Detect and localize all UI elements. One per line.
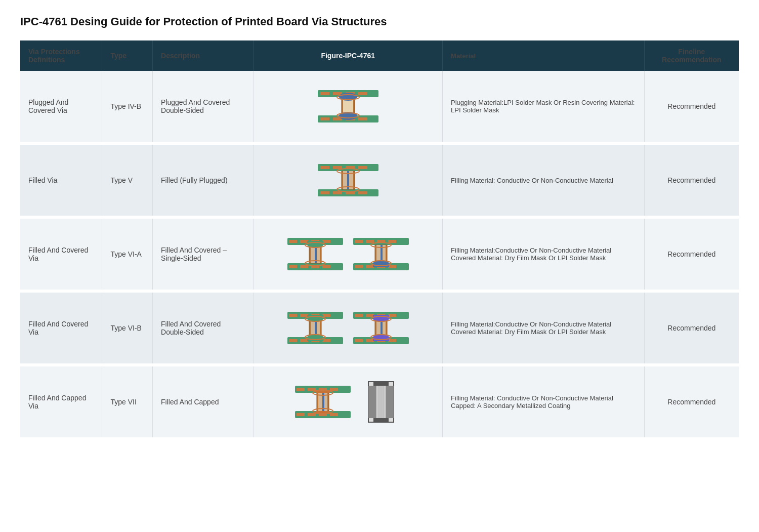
cell-material: Plugging Material:LPI Solder Mask Or Res… <box>443 71 645 143</box>
cell-via: Filled And Covered Via <box>20 217 102 291</box>
cell-figure <box>254 365 443 439</box>
svg-rect-122 <box>373 382 389 386</box>
main-table: Via Protections Definitions Type Descrip… <box>20 40 739 440</box>
cell-material: Filling Material:Conductive Or Non-Condu… <box>443 217 645 291</box>
svg-rect-123 <box>373 418 389 422</box>
svg-rect-40 <box>322 265 330 268</box>
cell-recommendation: Recommended <box>644 71 739 143</box>
svg-rect-51 <box>366 240 374 243</box>
cell-via: Filled And Covered Via <box>20 291 102 365</box>
cell-via: Plugged And Covered Via <box>20 71 102 143</box>
svg-rect-72 <box>300 339 308 342</box>
cell-type: Type VI-B <box>102 291 153 365</box>
svg-rect-34 <box>300 240 308 243</box>
cell-figure <box>254 143 443 217</box>
svg-rect-110 <box>308 413 316 416</box>
cell-description: Filled (Fully Plugged) <box>153 143 254 217</box>
svg-rect-25 <box>358 191 367 194</box>
svg-rect-74 <box>322 339 330 342</box>
svg-rect-125 <box>386 386 394 418</box>
cell-type: Type V <box>102 143 153 217</box>
svg-rect-89 <box>388 314 396 317</box>
table-row: Plugged And Covered Via Type IV-B Plugge… <box>20 71 739 143</box>
cell-type: Type VII <box>102 365 153 439</box>
cell-description: Filled And Covered Double-Sided <box>153 291 254 365</box>
header-desc: Description <box>153 40 254 71</box>
table-row: Filled And Covered Via Type VI-B Filled … <box>20 291 739 365</box>
svg-rect-22 <box>320 191 329 194</box>
cell-figure <box>254 71 443 143</box>
svg-rect-54 <box>355 265 363 268</box>
header-rec: Fineline Recommendation <box>644 40 739 71</box>
svg-rect-71 <box>289 339 297 342</box>
svg-rect-18 <box>320 166 329 169</box>
svg-rect-21 <box>358 166 367 169</box>
svg-rect-106 <box>308 388 316 391</box>
svg-rect-33 <box>289 240 297 243</box>
svg-rect-68 <box>300 314 308 317</box>
cell-type: Type IV-B <box>102 71 153 143</box>
svg-rect-105 <box>297 388 305 391</box>
cell-recommendation: Recommended <box>644 217 739 291</box>
svg-rect-23 <box>333 191 342 194</box>
cell-recommendation: Recommended <box>644 143 739 217</box>
svg-rect-124 <box>368 386 376 418</box>
cell-material: Filling Material: Conductive Or Non-Cond… <box>443 143 645 217</box>
cell-recommendation: Recommended <box>644 291 739 365</box>
cell-figure <box>254 217 443 291</box>
svg-rect-91 <box>366 339 374 342</box>
svg-rect-53 <box>388 240 396 243</box>
header-type: Type <box>102 40 153 71</box>
svg-rect-108 <box>330 388 338 391</box>
svg-rect-90 <box>355 339 363 342</box>
svg-rect-67 <box>289 314 297 317</box>
header-material: Material <box>443 40 645 71</box>
cell-description: Plugged And Covered Double-Sided <box>153 71 254 143</box>
header-figure: Figure-IPC-4761 <box>254 40 443 71</box>
svg-rect-50 <box>355 240 363 243</box>
svg-rect-38 <box>300 265 308 268</box>
svg-rect-87 <box>366 314 374 317</box>
header-via: Via Protections Definitions <box>20 40 102 71</box>
table-row: Filled And Covered Via Type VI-A Filled … <box>20 217 739 291</box>
svg-rect-37 <box>289 265 297 268</box>
svg-rect-36 <box>322 240 330 243</box>
svg-rect-2 <box>320 92 329 95</box>
svg-rect-19 <box>333 166 342 169</box>
cell-material: Filling Material: Conductive Or Non-Cond… <box>443 365 645 439</box>
cell-via: Filled Via <box>20 143 102 217</box>
cell-description: Filled And Capped <box>153 365 254 439</box>
cell-material: Filling Material:Conductive Or Non-Condu… <box>443 291 645 365</box>
svg-rect-6 <box>320 117 329 120</box>
table-row: Filled Via Type V Filled (Fully Plugged)… <box>20 143 739 217</box>
svg-rect-57 <box>388 265 396 268</box>
svg-rect-112 <box>330 413 338 416</box>
page-title: IPC-4761 Desing Guide for Protection of … <box>20 15 739 28</box>
svg-rect-70 <box>322 314 330 317</box>
cell-type: Type VI-A <box>102 217 153 291</box>
svg-rect-9 <box>358 117 367 120</box>
table-row: Filled And Capped Via Type VII Filled An… <box>20 365 739 439</box>
cell-via: Filled And Capped Via <box>20 365 102 439</box>
cell-description: Filled And Covered – Single-Sided <box>153 217 254 291</box>
cell-recommendation: Recommended <box>644 365 739 439</box>
svg-rect-5 <box>358 92 367 95</box>
svg-rect-55 <box>366 265 374 268</box>
cell-figure <box>254 291 443 365</box>
svg-rect-93 <box>388 339 396 342</box>
svg-rect-109 <box>297 413 305 416</box>
svg-rect-86 <box>355 314 363 317</box>
